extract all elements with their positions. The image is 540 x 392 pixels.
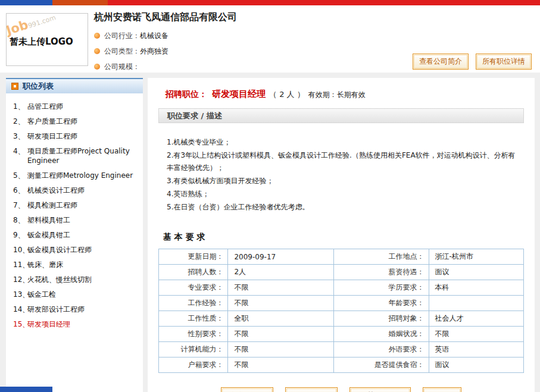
- sidebar-item-job-12[interactable]: 12、火花机、慢丝线切割: [10, 275, 141, 284]
- item-label: 测量工程师Metrology Engineer: [27, 171, 141, 180]
- company-logo-placeholder: Job991.com 暂未上传LOGO: [6, 13, 88, 66]
- item-number: 6、: [10, 186, 27, 195]
- description-line: 1.机械类专业毕业；: [167, 136, 520, 149]
- item-label: 研发部设计工程师: [27, 305, 141, 314]
- label-cell: 工作地点：: [334, 249, 429, 265]
- label-cell: 户籍要求：: [159, 357, 228, 373]
- field-value: 机械设备: [140, 31, 168, 41]
- label-cell: 学历要求：: [334, 280, 429, 296]
- item-number: 3、: [10, 131, 27, 141]
- logo-placeholder-text: 暂未上传LOGO: [10, 36, 73, 48]
- value-cell: 面议: [429, 265, 523, 280]
- stripe-orange: [52, 0, 108, 5]
- section-basic-requirements: 基 本 要 求: [163, 232, 524, 243]
- table-row: 计算机能力： 不限 外语要求： 英语: [159, 342, 524, 357]
- table-row: 工作性质： 全职 招聘对象： 社会人才: [159, 311, 524, 327]
- sidebar-item-job-4[interactable]: 4、项目质量工程师Project Quality Engineer: [10, 146, 141, 165]
- field-label: 公司规模：: [104, 62, 140, 72]
- sidebar-list: 1、品管工程师 2、客户质量工程师 3、研发项目工程师 4、项目质量工程师Pro…: [6, 93, 143, 340]
- job-title: 研发项目经理: [212, 89, 266, 100]
- label-cell: 婚姻状况：: [334, 327, 429, 342]
- value-cell: 不限: [228, 296, 334, 311]
- item-number: 5、: [10, 171, 27, 180]
- job-list-sidebar: 职位列表 1、品管工程师 2、客户质量工程师 3、研发项目工程师 4、项目质量工…: [6, 78, 143, 392]
- label-cell: 外语要求：: [334, 342, 429, 357]
- sidebar-item-job-3[interactable]: 3、研发项目工程师: [10, 131, 141, 141]
- description-line: 3.有类似机械方面项目开发经验；: [167, 175, 520, 187]
- content: 职位列表 1、品管工程师 2、客户质量工程师 3、研发项目工程师 4、项目质量工…: [0, 73, 540, 392]
- sidebar-header: 职位列表: [6, 78, 143, 93]
- table-row: 招聘人数： 2人 薪资待遇： 面议: [159, 265, 524, 280]
- item-number: 1、: [10, 102, 27, 111]
- value-cell: 不限: [228, 342, 334, 357]
- job-validity: 有效期：长期有效: [308, 90, 366, 100]
- label-cell: 招聘人数：: [159, 265, 228, 280]
- sidebar-item-job-2[interactable]: 2、客户质量工程师: [10, 117, 141, 126]
- view-company-profile-button[interactable]: 查看公司简介: [413, 54, 469, 70]
- value-cell: 英语: [429, 342, 523, 357]
- item-label: 研发项目经理: [27, 319, 141, 329]
- value-cell: 本科: [429, 280, 523, 296]
- table-row: 专业要求： 不限 学历要求： 本科: [159, 280, 524, 296]
- bottom-stripe-bar: [0, 387, 540, 392]
- value-cell: 2人: [228, 265, 334, 280]
- bullet-icon: [94, 33, 100, 39]
- table-row: 更新日期： 2009-09-17 工作地点： 浙江-杭州市: [159, 249, 524, 265]
- field-value: 外商独资: [140, 46, 168, 57]
- sidebar-item-job-5[interactable]: 5、测量工程师Metrology Engineer: [10, 171, 141, 180]
- item-label: 项目质量工程师Project Quality Engineer: [27, 146, 141, 165]
- header-buttons: 查看公司简介 所有职位详情: [413, 54, 532, 70]
- sidebar-item-job-9[interactable]: 9、钣金模具钳工: [10, 230, 141, 240]
- label-cell: 招聘对象：: [334, 311, 429, 327]
- value-cell: 全职: [228, 311, 334, 327]
- sidebar-item-job-8[interactable]: 8、塑料模具钳工: [10, 215, 141, 225]
- list-icon: [11, 83, 18, 90]
- label-cell: 专业要求：: [159, 280, 228, 296]
- job-header-label: 招聘职位：: [166, 89, 207, 100]
- sidebar-item-job-1[interactable]: 1、品管工程师: [10, 102, 141, 111]
- item-label: 客户质量工程师: [27, 117, 141, 126]
- description-line: 5.在日资（台资）企业工作经验者优先考虑。: [167, 201, 520, 214]
- description-line: 4.英语熟练；: [167, 188, 520, 200]
- label-cell: 计算机能力：: [159, 342, 228, 357]
- job-detail-panel: 招聘职位： 研发项目经理 （ 2 人 ） 有效期：长期有效 职位要求 / 描述 …: [148, 78, 535, 392]
- sidebar-item-job-15-active[interactable]: 15、研发项目经理: [10, 319, 141, 329]
- item-label: 铣床、磨床: [27, 260, 141, 269]
- item-number: 2、: [10, 117, 27, 126]
- bullet-icon: [94, 64, 100, 70]
- item-number: 8、: [10, 215, 27, 225]
- sidebar-item-job-10[interactable]: 10、钣金模具设计工程师: [10, 245, 141, 255]
- label-cell: 年龄要求：: [334, 296, 429, 311]
- top-stripe-bar: [0, 0, 540, 5]
- stripe-red: [108, 0, 540, 5]
- item-number: 15、: [10, 319, 27, 329]
- sidebar-item-job-14[interactable]: 14、研发部设计工程师: [10, 305, 141, 314]
- watermark-main: Job: [6, 17, 30, 37]
- sidebar-item-job-11[interactable]: 11、铣床、磨床: [10, 260, 141, 269]
- basic-requirements-table: 更新日期： 2009-09-17 工作地点： 浙江-杭州市 招聘人数： 2人 薪…: [158, 249, 524, 373]
- job-headcount: （ 2 人 ）: [269, 89, 305, 100]
- item-number: 4、: [10, 146, 27, 165]
- label-cell: 更新日期：: [159, 249, 228, 265]
- item-label: 钣金模具设计工程师: [27, 245, 141, 255]
- value-cell: 面议: [429, 357, 523, 373]
- company-name: 杭州安费诺飞凤通信部品有限公司: [94, 11, 540, 24]
- item-number: 7、: [10, 200, 27, 210]
- sidebar-item-job-7[interactable]: 7、模具检测工程师: [10, 200, 141, 210]
- all-positions-button[interactable]: 所有职位详情: [476, 54, 532, 70]
- company-field-industry: 公司行业： 机械设备: [94, 28, 540, 43]
- label-cell: 性别要求：: [159, 327, 228, 342]
- item-label: 品管工程师: [27, 102, 141, 111]
- value-cell: 浙江-杭州市: [429, 249, 523, 265]
- value-cell: 社会人才: [429, 311, 523, 327]
- sidebar-title: 职位列表: [23, 81, 54, 92]
- value-cell: 不限: [228, 327, 334, 342]
- sidebar-item-job-13[interactable]: 13、钣金工检: [10, 290, 141, 299]
- item-label: 钣金模具钳工: [27, 230, 141, 240]
- job-header: 招聘职位： 研发项目经理 （ 2 人 ） 有效期：长期有效: [158, 84, 524, 106]
- field-label: 公司类型：: [104, 46, 140, 57]
- section-job-requirements: 职位要求 / 描述: [158, 108, 524, 123]
- item-label: 钣金工检: [27, 290, 141, 299]
- sidebar-item-job-6[interactable]: 6、机械类设计工程师: [10, 186, 141, 195]
- value-cell: 2009-09-17: [228, 249, 334, 265]
